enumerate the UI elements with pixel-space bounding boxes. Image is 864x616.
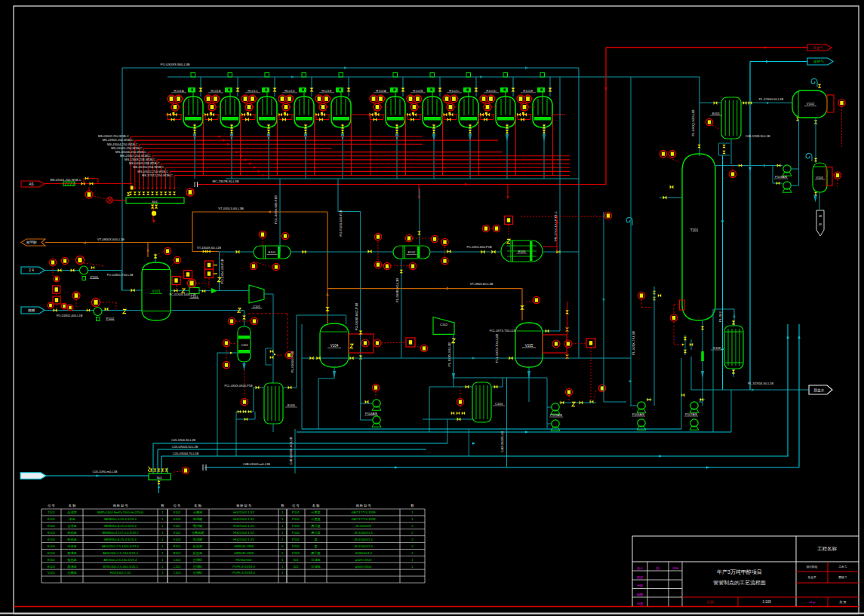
svg-text:MS-0X001-200-W1B-C: MS-0X001-200-W1B-C xyxy=(50,178,81,182)
svg-text:PCL-0XTX-TX4-L1B: PCL-0XTX-TX4-L1B xyxy=(495,334,499,363)
svg-text:C05-1904-30-L1B: C05-1904-30-L1B xyxy=(171,438,195,442)
svg-text:48: 48 xyxy=(819,215,822,218)
svg-text:PC-0X01-600-P1B: PC-0X01-600-P1B xyxy=(466,245,491,249)
svg-text:C103: C103 xyxy=(173,571,181,575)
svg-text:E104: E104 xyxy=(48,538,55,541)
svg-text:P101: P101 xyxy=(91,275,99,279)
svg-text:PL-1230G-50-L1B: PL-1230G-50-L1B xyxy=(759,97,784,101)
svg-text:PL-0X0X9-P1B: PL-0X0X9-P1B xyxy=(291,351,294,373)
svg-text:PCL-0X0X-0X0X-P1B: PCL-0X0X-0X0X-P1B xyxy=(225,385,253,388)
svg-text:分离器: 分离器 xyxy=(193,510,203,514)
svg-text:离心泵: 离心泵 xyxy=(311,551,321,555)
svg-text:C05-0X064-70-L1B: C05-0X064-70-L1B xyxy=(173,452,199,455)
svg-text:E102: E102 xyxy=(48,524,55,528)
svg-text:HG21502.1-92: HG21502.1-92 xyxy=(233,531,254,535)
svg-text:BVS1300-2.5-460-3/26-1: BVS1300-2.5-460-3/26-1 xyxy=(103,565,138,568)
svg-text:PO-01802-400-L1B: PO-01802-400-L1B xyxy=(57,314,83,317)
svg-text:C4B-0X005-m0-L1B: C4B-0X005-m0-L1B xyxy=(243,462,270,466)
svg-text:R102C: R102C xyxy=(449,89,460,93)
svg-text:φ325×2500: φ325×2500 xyxy=(355,558,372,562)
svg-text:J8-32000/1.6: J8-32000/1.6 xyxy=(354,531,373,535)
svg-text:过滤器: 过滤器 xyxy=(311,558,321,562)
svg-text:工程名称: 工程名称 xyxy=(817,546,838,552)
svg-text:S02: S02 xyxy=(156,476,162,480)
svg-text:审核: 审核 xyxy=(637,584,643,587)
svg-text:J8-51000/1.6: J8-51000/1.6 xyxy=(354,544,373,548)
svg-text:2 4: 2 4 xyxy=(29,268,34,272)
svg-text:GB9645-1988: GB9645-1988 xyxy=(234,544,254,548)
svg-text:P103: P103 xyxy=(292,524,300,528)
svg-text:P102: P102 xyxy=(292,517,300,521)
svg-text:PO-0X0X9-900-L3B: PO-0X0X9-900-L3B xyxy=(160,63,189,66)
svg-text:E202: E202 xyxy=(48,565,55,568)
svg-text:MS-17X12-250-W1B-C: MS-17X12-250-W1B-C xyxy=(142,173,173,177)
svg-text:R101E: R101E xyxy=(321,89,331,93)
svg-text:分离器罐: 分离器罐 xyxy=(192,531,205,535)
svg-text:R102E: R102E xyxy=(523,89,533,93)
svg-text:日期: 日期 xyxy=(637,602,643,605)
svg-text:PG-TX03-320-P1B: PG-TX03-320-P1B xyxy=(339,210,343,236)
svg-text:名 称: 名 称 xyxy=(312,504,320,507)
svg-text:BEM950-8-25-4.5/19-4: BEM950-8-25-4.5/19-4 xyxy=(104,538,137,541)
svg-text:C101: C101 xyxy=(173,558,181,562)
svg-text:BEM650-3-25-4.5/19-4: BEM650-3-25-4.5/19-4 xyxy=(104,517,137,521)
svg-text:V103: V103 xyxy=(816,176,823,179)
svg-text:C05-0X004-50-L1B: C05-0X004-50-L1B xyxy=(172,445,198,449)
svg-text:J636000/1.6: J636000/1.6 xyxy=(355,551,373,555)
svg-text:压缩机: 压缩机 xyxy=(193,558,203,562)
svg-text:名 称: 名 称 xyxy=(69,504,76,507)
svg-text:V102: V102 xyxy=(174,510,181,514)
svg-text:R102D: R102D xyxy=(486,89,497,93)
svg-text:PC-01X03-1400-L1B: PC-01X03-1400-L1B xyxy=(169,293,196,296)
svg-text:C104: C104 xyxy=(495,402,503,406)
svg-text:反应器: 反应器 xyxy=(192,551,203,555)
svg-text:R101: R101 xyxy=(173,544,181,548)
svg-text:R101A: R101A xyxy=(174,89,183,93)
svg-text:压缩机: 压缩机 xyxy=(193,565,203,568)
svg-text:HG21502.1-92: HG21502.1-92 xyxy=(233,517,254,521)
svg-text:水冷器: 水冷器 xyxy=(67,524,77,528)
svg-text:合成塔: 合成塔 xyxy=(66,510,77,514)
svg-text:PL-X2X04-50-L1B: PL-X2X04-50-L1B xyxy=(748,382,773,385)
svg-text:E103: E103 xyxy=(518,250,526,253)
svg-text:C05-1090-m0-L1B: C05-1090-m0-L1B xyxy=(93,470,118,473)
svg-text:C102: C102 xyxy=(241,344,248,347)
svg-text:P107A/B: P107A/B xyxy=(685,412,697,416)
svg-text:P104: P104 xyxy=(292,531,300,535)
svg-text:年产3万吨甲醇项目: 年产3万吨甲醇项目 xyxy=(717,569,762,575)
svg-text:R101C: R101C xyxy=(248,89,258,93)
svg-text:日期: 日期 xyxy=(672,566,678,570)
svg-text:R102B: R102B xyxy=(413,89,423,93)
svg-text:过滤器: 过滤器 xyxy=(311,565,321,568)
svg-text:AES2200-2.5-1600-6/19-4: AES2200-2.5-1600-6/19-4 xyxy=(102,544,140,548)
svg-text:共 页: 共 页 xyxy=(839,600,847,604)
svg-text:名 称: 名 称 xyxy=(194,504,201,507)
svg-text:E102: E102 xyxy=(408,250,416,254)
svg-text:φ500×2600: φ500×2600 xyxy=(355,565,372,568)
svg-text:302: 302 xyxy=(294,565,300,568)
svg-text:C4B-13X8-30-L1B: C4B-13X8-30-L1B xyxy=(746,134,770,138)
svg-text:S01: S01 xyxy=(152,200,158,204)
svg-text:AS: AS xyxy=(29,182,33,186)
svg-text:设计阶段: 设计阶段 xyxy=(806,565,817,568)
svg-text:HD550/560: HD550/560 xyxy=(235,558,252,562)
svg-text:分离器: 分离器 xyxy=(67,571,77,575)
svg-text:回流罐: 回流罐 xyxy=(193,517,203,521)
svg-text:AE3600-2.6-240-6/19-4: AE3600-2.6-240-6/19-4 xyxy=(104,558,137,562)
svg-text:PCL-0X0X-600-P1B: PCL-0X0X-600-P1B xyxy=(274,195,278,224)
svg-text:再沸器: 再沸器 xyxy=(67,565,77,568)
svg-text:VT-0800X-600-L1B: VT-0800X-600-L1B xyxy=(97,238,125,241)
svg-text:缓冲罐: 缓冲罐 xyxy=(193,524,203,528)
svg-text:301: 301 xyxy=(294,558,300,562)
svg-text:PL-X20X-70-L1B: PL-X20X-70-L1B xyxy=(632,331,635,355)
svg-text:位 号: 位 号 xyxy=(48,504,55,507)
svg-text:a1 p: a1 p xyxy=(809,600,816,604)
svg-text:E105: E105 xyxy=(287,403,295,407)
svg-text:PLPK-8.33/18.6: PLPK-8.33/18.6 xyxy=(232,565,255,568)
svg-text:P106A/B: P106A/B xyxy=(632,412,644,416)
svg-text:P201: P201 xyxy=(292,538,300,541)
svg-text:V103: V103 xyxy=(174,538,181,541)
svg-text:E108: E108 xyxy=(713,346,721,350)
svg-text:GB/T17774-1999: GB/T17774-1999 xyxy=(351,510,376,514)
svg-text:GB9645-1988: GB9645-1988 xyxy=(234,551,254,555)
